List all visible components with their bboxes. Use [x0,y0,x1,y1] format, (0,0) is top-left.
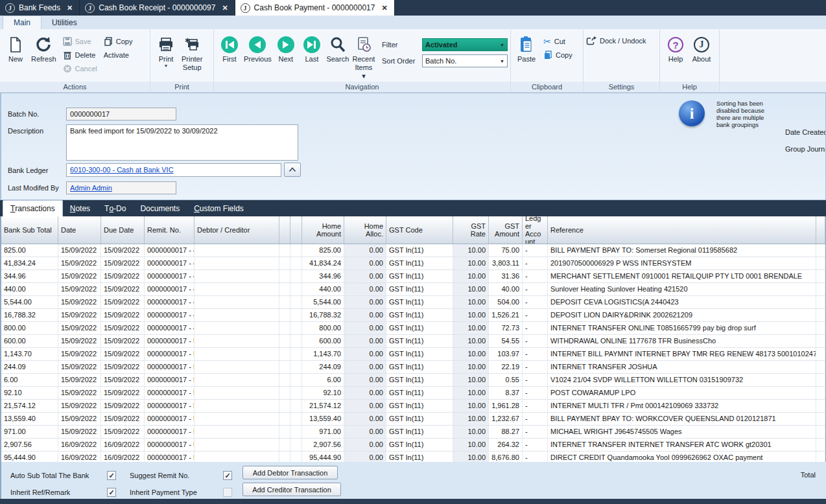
first-button[interactable]: First [217,33,242,65]
grid-cell[interactable] [290,257,302,269]
grid-cell[interactable]: 0.00 [344,452,386,462]
checkbox-inherit-ref-remark[interactable]: ✓ [107,488,116,497]
grid-cell[interactable]: 0000000017 - 5 [145,452,195,462]
grid-cell[interactable]: GST In(11) [386,387,453,399]
column-header[interactable] [816,216,825,244]
grid-cell[interactable]: 15/09/2022 [58,244,101,257]
grid-cell[interactable] [290,413,302,425]
grid-cell[interactable]: GST In(11) [386,413,453,425]
grid-cell[interactable]: - [523,244,548,257]
grid-cell[interactable]: 0.00 [344,374,386,386]
grid-cell[interactable] [290,361,302,373]
grid-cell[interactable] [279,244,290,257]
about-button[interactable]: J About [689,33,714,65]
grid-cell[interactable] [290,387,302,399]
grid-cell[interactable]: 5,544.00 [1,296,58,308]
grid-cell[interactable]: GST In(11) [386,400,453,412]
grid-cell[interactable]: 800.00 [302,322,344,334]
grid-cell[interactable] [195,309,279,321]
new-button[interactable]: New [3,33,29,65]
bank-ledger-field[interactable]: 6010-300-00 - Cash at Bank VIC [66,163,281,177]
table-row[interactable]: 16,788.3215/09/202215/09/20220000000017 … [1,309,825,322]
grid-cell[interactable]: WITHDRAWAL ONLINE 1177678 TFR BusinessCh… [548,335,816,347]
grid-cell[interactable]: 15/09/2022 [58,322,101,334]
table-row[interactable]: 440.0015/09/202215/09/20220000000017 - 4… [1,283,825,296]
grid-cell[interactable]: - [523,361,548,373]
grid-cell[interactable]: 971.00 [302,426,344,438]
grid-cell[interactable]: GST In(11) [386,335,453,347]
column-header-bank-sub-total[interactable]: Bank Sub Total [1,216,58,244]
table-row[interactable]: 1,143.7015/09/202215/09/20220000000017 -… [1,348,825,361]
grid-cell[interactable] [290,374,302,386]
grid-cell[interactable]: 10.00 [453,270,489,282]
grid-cell[interactable]: - [523,257,548,269]
grid-cell[interactable]: 15/09/2022 [58,257,101,269]
grid-cell[interactable] [279,270,290,282]
grid-cell[interactable]: 21,574.12 [1,400,58,412]
grid-cell[interactable]: 10.00 [453,452,489,462]
grid-cell[interactable]: 5,544.00 [302,296,344,308]
grid-cell[interactable]: 2019070500006929 P WSS INTERSYSTEM [548,257,816,269]
column-header-gst-rate[interactable]: GST Rate [453,216,489,244]
grid-cell[interactable]: DEPOSIT CEVA LOGISTICS(A 2440423 [548,296,816,308]
grid-cell[interactable]: 0000000017 - 5 [145,400,195,412]
grid-cell[interactable] [279,257,290,269]
grid-cell[interactable]: 0.00 [344,439,386,451]
grid-cell[interactable]: 16,788.32 [302,309,344,321]
grid-cell[interactable] [279,439,290,451]
grid-cell[interactable]: INTERNET MULTI TFR / Pmt 000142109069 33… [548,400,816,412]
checkbox-auto-sub-total-the-bank[interactable]: ✓ [107,471,116,480]
table-row[interactable]: 344.9615/09/202215/09/20220000000017 - 4… [1,270,825,283]
grid-cell[interactable] [195,283,279,295]
grid-cell[interactable]: 16/09/2022 [58,439,101,451]
grid-cell[interactable]: 31.36 [489,270,523,282]
grid-cell[interactable]: 0000000017 - 4 [145,283,195,295]
close-icon[interactable]: ✕ [381,4,387,12]
grid-cell[interactable] [279,322,290,334]
grid-cell[interactable]: INTERNET TRANSFER ONLINE T0851665799 pay… [548,322,816,334]
grid-cell[interactable]: 0.00 [344,270,386,282]
table-row[interactable]: 825.0015/09/202215/09/20220000000017 - 4… [1,244,825,257]
grid-cell[interactable]: 10.00 [453,296,489,308]
grid-cell[interactable]: 15/09/2022 [101,361,145,373]
grid-cell[interactable]: 75.00 [489,244,523,257]
description-field[interactable]: Bank feed import for 15/09/2022 to 30/09… [66,124,298,161]
grid-cell[interactable]: 2,907.56 [1,439,58,451]
close-icon[interactable]: ✕ [222,4,228,12]
grid-cell[interactable]: 15/09/2022 [58,270,101,282]
grid-cell[interactable]: 10.00 [453,413,489,425]
grid-cell[interactable]: 0.00 [344,244,386,257]
grid-cell[interactable]: 6.00 [1,374,58,386]
grid-cell[interactable]: 0000000017 - 4 [145,270,195,282]
column-header-remit-no-[interactable]: Remit. No. [145,216,195,244]
grid-cell[interactable]: 16/09/2022 [58,452,101,462]
grid-cell[interactable]: 0.55 [489,374,523,386]
grid-cell[interactable]: POST COWARAMUP LPO [548,387,816,399]
grid-cell[interactable] [195,257,279,269]
checkbox-suggest-remit-no-[interactable]: ✓ [223,471,232,480]
grid-cell[interactable]: 800.00 [1,322,58,334]
doc-tab-cash-book-payment[interactable]: J Cash Book Payment - 0000000017 ✕ [235,0,395,16]
grid-cell[interactable]: MICHAEL WRIGHT J9645745505 Wages [548,426,816,438]
grid-cell[interactable]: 54.55 [489,335,523,347]
grid-cell[interactable]: 15/09/2022 [58,387,101,399]
grid-cell[interactable] [290,244,302,257]
delete-button[interactable]: Delete [63,49,97,61]
column-header-gst-amount[interactable]: GST Amount [489,216,523,244]
grid-cell[interactable] [290,426,302,438]
grid-cell[interactable]: GST In(11) [386,296,453,308]
grid-cell[interactable]: DEPOSIT LION DAIRY&DRINK 2002621209 [548,309,816,321]
table-row[interactable]: 600.0015/09/202215/09/20220000000017 - 5… [1,335,825,348]
grid-cell[interactable] [279,374,290,386]
grid-cell[interactable]: 15/09/2022 [58,348,101,360]
grid-cell[interactable]: 15/09/2022 [58,296,101,308]
grid-cell[interactable]: 0000000017 - 4 [145,257,195,269]
grid-cell[interactable]: DIRECT CREDIT Quandamooka Yool 099962696… [548,452,816,462]
grid-cell[interactable]: 10.00 [453,387,489,399]
grid-cell[interactable]: 15/09/2022 [101,244,145,257]
grid-cell[interactable] [816,322,825,334]
filter-dropdown[interactable]: Activated ▼ [422,38,508,51]
table-row[interactable]: 971.0015/09/202215/09/20220000000017 - 5… [1,426,825,439]
grid-cell[interactable] [195,361,279,373]
grid-cell[interactable]: - [523,439,548,451]
